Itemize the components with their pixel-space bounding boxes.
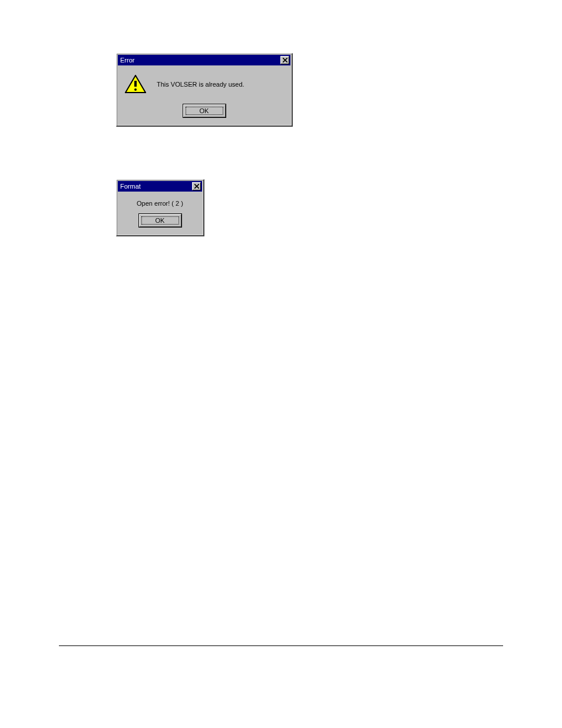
error-body: This VOLSER is already used. <box>117 67 292 102</box>
close-icon <box>283 58 287 62</box>
error-button-row: OK <box>117 102 292 126</box>
format-title: Format <box>120 183 141 190</box>
error-title: Error <box>120 57 134 64</box>
format-body: Open error! ( 2 ) <box>117 193 203 212</box>
close-button[interactable] <box>192 182 201 190</box>
error-titlebar: Error <box>118 55 290 65</box>
format-message: Open error! ( 2 ) <box>137 200 183 207</box>
ok-label: OK <box>200 107 209 114</box>
ok-label: OK <box>156 217 165 224</box>
warning-icon <box>125 75 146 94</box>
svg-point-4 <box>134 88 137 91</box>
ok-button[interactable]: OK <box>139 214 181 227</box>
format-dialog: Format Open error! ( 2 ) OK <box>116 179 204 236</box>
svg-rect-3 <box>134 81 137 87</box>
error-dialog: Error This VOLSER is already used. OK <box>116 53 293 127</box>
error-message: This VOLSER is already used. <box>157 81 244 88</box>
footer-divider <box>59 645 503 646</box>
close-button[interactable] <box>280 56 289 64</box>
ok-button[interactable]: OK <box>183 104 226 117</box>
format-button-row: OK <box>117 212 203 235</box>
close-icon <box>194 184 199 189</box>
format-titlebar: Format <box>118 181 202 192</box>
